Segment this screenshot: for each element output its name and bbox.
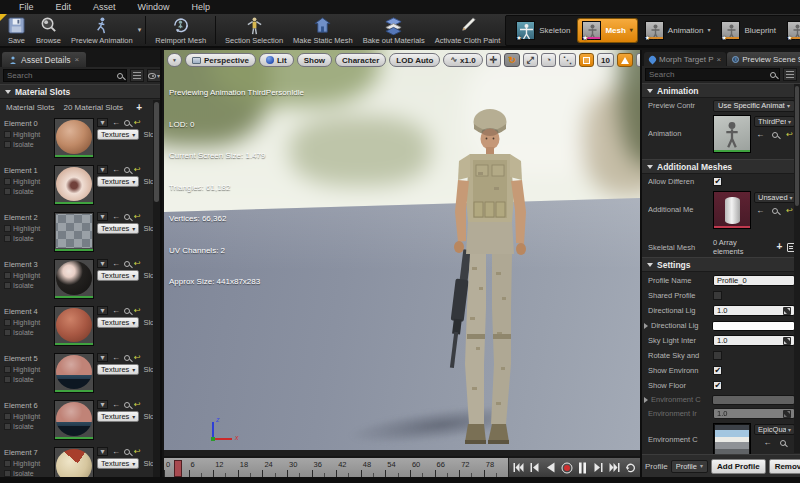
preview-controller-dropdown[interactable]: Use Specific Animation▾	[713, 100, 795, 112]
close-icon[interactable]: ×	[75, 55, 80, 64]
rotate-mode-button[interactable]: ↻	[504, 53, 520, 67]
textures-dropdown[interactable]: Textures▾	[97, 129, 139, 140]
material-thumbnail[interactable]	[54, 165, 94, 205]
browse-to-icon[interactable]	[124, 449, 130, 455]
additional-mesh-dropdown[interactable]: Unsaved▾	[754, 192, 797, 203]
rotate-sky-checkbox[interactable]	[713, 351, 722, 360]
isolate-checkbox[interactable]: Isolate	[4, 235, 54, 242]
spinner-icon[interactable]	[783, 307, 791, 315]
profile-name-input[interactable]: Profile_0	[713, 275, 795, 286]
preview-animation-dropdown-icon[interactable]: ▾	[138, 26, 142, 34]
timeline-ruler[interactable]: 0 6 12 18 24 30 36 42 48 54 60 66 72 78	[164, 456, 640, 477]
material-thumbnail[interactable]	[54, 447, 94, 477]
browse-to-icon[interactable]	[124, 355, 130, 361]
environment-cubemap-dropdown[interactable]: EpicQuadPar▾	[754, 424, 795, 435]
viewport-scene[interactable]: Previewing Animation ThirdPersonIdle LOD…	[164, 50, 640, 450]
grid-snap-value[interactable]: 10	[597, 53, 614, 67]
chevron-down-icon[interactable]: ▾	[630, 27, 633, 33]
left-panel-scrollbar[interactable]	[153, 100, 160, 477]
use-selected-icon[interactable]: ←	[764, 438, 772, 447]
scrollbar-thumb[interactable]	[154, 102, 159, 202]
character-button[interactable]: Character	[335, 53, 386, 67]
chevron-down-icon[interactable]: ▾	[707, 27, 710, 33]
checkbox[interactable]	[4, 460, 11, 467]
checkbox[interactable]	[4, 423, 11, 430]
bake-out-materials-button[interactable]: Bake out Materials	[358, 14, 430, 46]
checkbox[interactable]	[4, 188, 11, 195]
checkbox[interactable]	[4, 376, 11, 383]
asset-dropdown-button[interactable]: ▾	[97, 447, 108, 456]
asset-dropdown-button[interactable]: ▾	[97, 306, 108, 315]
checkbox[interactable]	[4, 141, 11, 148]
mode-blueprint[interactable]: ★ Blueprint	[718, 20, 779, 41]
show-floor-checkbox[interactable]	[713, 381, 722, 390]
browse-to-icon[interactable]	[772, 208, 778, 214]
world-local-toggle[interactable]: ◔	[541, 53, 556, 67]
use-selected-icon[interactable]: ←	[112, 400, 120, 409]
allow-different-checkbox[interactable]	[713, 177, 722, 186]
mode-physics[interactable]: ★ Physics	[784, 20, 800, 41]
asset-dropdown-button[interactable]: ▾	[97, 400, 108, 409]
browse-button[interactable]: Browse	[31, 14, 66, 46]
reset-icon[interactable]: ↩	[134, 401, 141, 409]
display-options-button[interactable]	[783, 68, 797, 81]
highlight-checkbox[interactable]: Highlight	[4, 272, 54, 279]
browse-to-icon[interactable]	[124, 308, 130, 314]
isolate-checkbox[interactable]: Isolate	[4, 282, 54, 289]
highlight-checkbox[interactable]: Highlight	[4, 413, 54, 420]
material-slots-header[interactable]: Material Slots	[0, 84, 160, 99]
sky-light-intensity-input[interactable]: 1.0	[713, 335, 795, 346]
view-options-button[interactable]: ▾	[147, 69, 161, 82]
reset-icon[interactable]: ↩	[786, 131, 793, 139]
textures-dropdown[interactable]: Textures▾	[97, 458, 139, 469]
highlight-checkbox[interactable]: Highlight	[4, 131, 54, 138]
browse-to-icon[interactable]	[124, 402, 130, 408]
isolate-checkbox[interactable]: Isolate	[4, 188, 54, 195]
additional-mesh-thumbnail[interactable]	[713, 191, 751, 229]
make-static-mesh-button[interactable]: Make Static Mesh	[288, 14, 358, 46]
checkbox[interactable]	[4, 413, 11, 420]
add-slot-button[interactable]: +	[136, 104, 142, 112]
menu-edit[interactable]: Edit	[45, 2, 83, 12]
remove-profile-button[interactable]: Remove Profile	[769, 459, 800, 474]
search-box[interactable]	[645, 68, 780, 81]
textures-dropdown[interactable]: Textures▾	[97, 317, 139, 328]
browse-to-icon[interactable]	[780, 440, 786, 446]
menu-help[interactable]: Help	[181, 2, 222, 12]
checkbox[interactable]	[4, 470, 11, 477]
viewport-options-button[interactable]: ▼	[167, 53, 182, 67]
grid-snap-toggle[interactable]	[579, 53, 594, 67]
search-box[interactable]	[3, 69, 127, 82]
mode-animation[interactable]: ★ Animation ▾	[642, 20, 714, 41]
checkbox[interactable]	[4, 329, 11, 336]
surface-snap-button[interactable]: ⋱	[559, 53, 576, 67]
browse-to-icon[interactable]	[772, 132, 778, 138]
material-thumbnail[interactable]	[54, 259, 94, 299]
translate-mode-button[interactable]: ✛	[486, 53, 502, 67]
asset-dropdown-button[interactable]: ▾	[97, 353, 108, 362]
settings-section-header[interactable]: Settings	[642, 257, 800, 272]
isolate-checkbox[interactable]: Isolate	[4, 470, 54, 477]
asset-dropdown-button[interactable]: ▾	[97, 165, 108, 174]
spinner-icon[interactable]	[783, 337, 791, 345]
browse-to-icon[interactable]	[124, 120, 130, 126]
checkbox[interactable]	[4, 235, 11, 242]
use-selected-icon[interactable]: ←	[112, 306, 120, 315]
asset-dropdown-button[interactable]: ▾	[97, 259, 108, 268]
menu-file[interactable]: File	[8, 2, 45, 12]
browse-to-icon[interactable]	[124, 214, 130, 220]
additional-meshes-section-header[interactable]: Additional Meshes	[642, 159, 800, 174]
lit-button[interactable]: Lit	[259, 53, 294, 67]
checkbox[interactable]	[4, 131, 11, 138]
checkbox[interactable]	[4, 225, 11, 232]
mode-mesh[interactable]: ★ Mesh ▾	[578, 19, 636, 42]
highlight-checkbox[interactable]: Highlight	[4, 178, 54, 185]
go-to-end-button[interactable]	[608, 461, 621, 474]
highlight-checkbox[interactable]: Highlight	[4, 319, 54, 326]
section-selection-button[interactable]: Section Selection	[220, 14, 288, 46]
record-button[interactable]	[560, 461, 573, 474]
perspective-button[interactable]: Perspective	[185, 53, 256, 67]
reset-icon[interactable]: ↩	[134, 166, 141, 174]
show-environment-checkbox[interactable]	[713, 366, 722, 375]
scale-mode-button[interactable]: ⤢	[523, 53, 538, 67]
